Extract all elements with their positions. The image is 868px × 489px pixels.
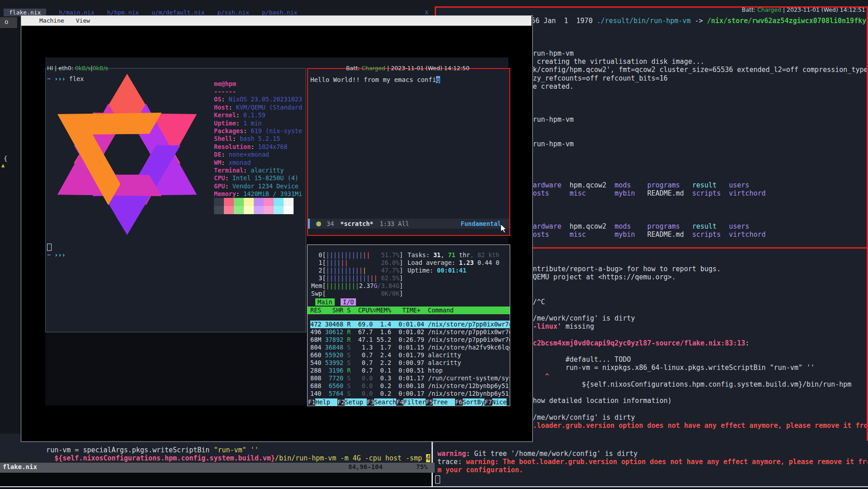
shell-prompt-empty: ~ ››› (47, 244, 69, 259)
palette-swatch (254, 198, 264, 206)
terminal-line (533, 173, 868, 181)
htop-table-header[interactable]: RES SHR S CPU%▽MEM% TIME+ Command (308, 307, 510, 314)
terminal-line: ${self.nixosConfigurations.hpm.config.sy… (533, 380, 868, 388)
terminal-line: c2bcsm4xmj0vd0capi9q2yc0yzl87-source/fla… (533, 339, 868, 347)
modeline-accent-bar (308, 219, 310, 229)
tab-hpm-nix[interactable]: h/hpm.nix (107, 9, 139, 16)
terminal-line: Host: KVM/QEMU (Standard (214, 104, 305, 111)
terminal-line: QEMU project at <https://qemu.org>. (533, 273, 868, 281)
emacs-window[interactable] (307, 68, 510, 236)
terminal-line: Resolution: 1024x768 (214, 143, 305, 151)
modeline-number: 34 (327, 220, 334, 227)
terminal-line: -linux' missing (533, 322, 868, 331)
terminal-line: 496 30612 R 67.7 1.6 0:01.02 /nix/store/… (310, 328, 510, 336)
terminal-line: Load average: 1.23 0.44 0 (408, 259, 510, 267)
terminal-line: warning: Git tree '/home/me/work/config'… (437, 450, 867, 458)
terminal-line (533, 157, 868, 165)
terminal-line: 804 36848 S 1.3 1.7 0:01.15 /nix/store/h… (310, 344, 510, 351)
vm-battery-clock: Batt: Charged | 2023-11-01 (Wed) 14:12:5… (346, 65, 470, 72)
terminal-line: how detailed location information) (533, 397, 868, 405)
palette-swatch (214, 206, 224, 214)
htop-process-table[interactable]: 472 30468 R 69.0 1.4 0:01.04 /nix/store/… (310, 321, 510, 398)
terminal-error-output: ntribute/report-a-bug> for how to report… (533, 265, 868, 430)
terminal-line: ------ (214, 88, 305, 96)
screen-bottom-border (0, 486, 868, 487)
terminal-cursor[interactable] (435, 475, 440, 484)
tab-flake-nix[interactable]: flake.nix (4, 9, 46, 16)
terminal-line (533, 124, 868, 132)
terminal-line: CPU: Intel i5-8250U (4) (214, 174, 305, 182)
terminal-line (533, 306, 868, 314)
warning-icon: ▲ (1, 162, 5, 168)
terminal-line: zy_refcounts=off refcount_bits=16 (533, 74, 868, 82)
vm-network-status: HI | eth0: 0kB/s|0kB/s (47, 65, 108, 72)
terminal-line: DE: none+xmonad (214, 151, 305, 158)
terminal-line: m your configuration. (437, 466, 867, 474)
modeline-major-mode: Fundamental (461, 220, 501, 227)
terminal-line: WM: xmonad (214, 159, 305, 167)
terminal-line: Mem[|||||||||2.37G/3.84G] (311, 282, 511, 290)
terminal-line (533, 388, 868, 397)
htop-tab-io[interactable]: I/O (341, 298, 356, 306)
terminal-line: Uptime: 00:01:41 (408, 267, 510, 274)
nixos-logo (44, 72, 210, 237)
palette-swatch (234, 206, 244, 214)
terminal-line: 68M 37892 R 47.1 55.2 0:26.79 /nix/store… (310, 336, 510, 344)
terminal-line: Shell: bash 5.2.15 (214, 135, 305, 143)
terminal-line (533, 132, 868, 140)
terminal-line: Kernel: 6.1.59 (214, 111, 305, 119)
tab-bash-nix[interactable]: p/bash.nix (262, 9, 297, 16)
palette-swatch (264, 198, 274, 206)
terminal-line: run-hpm-vm (533, 49, 868, 58)
menu-view[interactable]: View (76, 17, 90, 24)
vim-scroll-percent: 75% (416, 463, 427, 470)
terminal-line: /^C (533, 298, 868, 306)
htop-tab-main[interactable]: Main (315, 298, 335, 306)
vim-status-bar: flake.nix 84,96-104 75% (0, 463, 435, 473)
tab-default-nix[interactable]: u/m/default.nix (152, 9, 204, 16)
mouse-cursor (500, 224, 507, 234)
terminal-line: Batt: Charged | 2023-11-01 (Wed) 14:12:5… (346, 65, 470, 72)
shell-cursor[interactable] (47, 244, 52, 251)
terminal-line (533, 281, 868, 289)
tab-ssh-nix[interactable]: p/ssh.nix (218, 9, 249, 16)
htop-function-key-bar[interactable]: F1Help F2Setup F3SearchF4FilterF5Tree F6… (308, 398, 510, 406)
terminal-line: ntribute/report-a-bug> for how to report… (533, 265, 868, 273)
modeline-position: 1:33 All (379, 220, 409, 227)
terminal-line: 808 7720 S 0.0 0.3 0:01.17 /run/current-… (310, 374, 510, 382)
terminal-warning-output: warning: Git tree '/home/me/work/config'… (437, 450, 867, 475)
palette-swatch (254, 206, 264, 214)
neofetch-color-palette (214, 198, 294, 214)
terminal-line (533, 331, 868, 339)
terminal-line: 540 53992 S 0.7 2.2 0:00.97 alacritty (310, 359, 510, 367)
terminal-line: 660 55920 S 0.7 2.4 0:01.79 alacritty (310, 351, 510, 359)
modeline-buffer-name: *scratch* (340, 220, 373, 227)
terminal-line (533, 198, 868, 206)
terminal-line: Hello World!! from my emacs config (310, 76, 508, 83)
terminal-line: 472 30468 R 69.0 1.4 0:01.04 /nix/store/… (310, 321, 510, 328)
terminal-line: Tasks: 31, 71 thr, 82 kth (408, 251, 510, 259)
palette-swatch (244, 198, 254, 206)
qemu-menu-bar: Machine View (21, 16, 531, 26)
terminal-line (533, 148, 868, 156)
editor-fragment-brace: { (4, 155, 7, 162)
terminal-build-output: run-hpm-vm creating the virtualisation d… (533, 49, 868, 239)
terminal-line: trace: warning: The boot.loader.grub.ver… (437, 458, 867, 466)
terminal-line (533, 91, 868, 99)
close-icon[interactable]: X (425, 9, 428, 16)
terminal-line (533, 405, 868, 413)
terminal-line: ardware hpm.qcow2 mods programs result u… (533, 222, 868, 230)
menu-machine[interactable]: Machine (39, 17, 64, 24)
terminal-line: F1Help F2Setup F3SearchF4FilterF5Tree F6… (308, 398, 510, 406)
terminal-line: ${self.nixosConfigurations.hpm.config.sy… (30, 454, 435, 462)
terminal-line (533, 206, 868, 214)
terminal-line: 288 3196 R 0.7 0.1 0:00.51 htop (310, 367, 510, 374)
tab-main-nix[interactable]: h/main.nix (59, 9, 94, 16)
htop-tasks-summary: Tasks: 31, 71 thr, 82 kthLoad average: 1… (408, 251, 510, 274)
terminal-line: run-hpm-vm (533, 140, 868, 148)
terminal-line: k/config/hpm.qcow2', fmt=qcow2 cluster_s… (533, 66, 868, 74)
terminal-line: Terminal: alacritty (214, 167, 305, 174)
terminal-line: #default... TODO (533, 355, 868, 364)
palette-swatch (244, 206, 254, 214)
terminal-line: 3[|||||||||||||| 62.5%] (311, 274, 511, 282)
